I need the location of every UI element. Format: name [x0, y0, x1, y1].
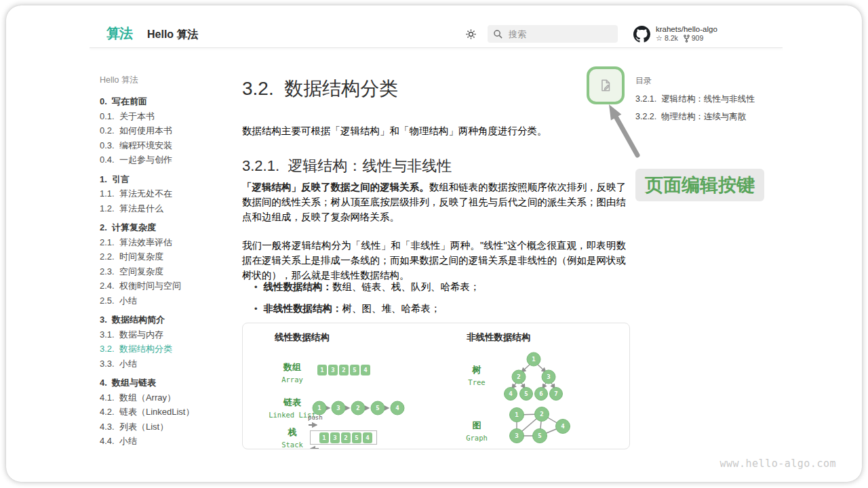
logic-structure-paragraph: 「逻辑结构」反映了数据之间的逻辑关系。数组和链表的数据按照顺序依次排列，反映了数…: [242, 180, 626, 224]
sidebar-item-4-1[interactable]: 4.1. 数组（Array）: [100, 392, 229, 407]
sidebar-item-2-4[interactable]: 2.4. 权衡时间与空间: [100, 280, 229, 295]
repo-stars: 8.2k: [665, 34, 678, 43]
svg-text:1: 1: [317, 405, 321, 411]
sidebar-section-0[interactable]: 0. 写在前面: [100, 96, 229, 110]
fork-icon: [684, 35, 690, 43]
annotation-label: 页面编辑按键: [635, 169, 764, 201]
svg-text:2: 2: [356, 405, 359, 411]
data-structure-figure: 线性数据结构 非线性数据结构 数组 Array 1 3 2 5 4 链表 Lin…: [242, 323, 630, 449]
svg-text:1: 1: [515, 411, 518, 418]
footer-domain: www.hello-algo.com: [719, 458, 836, 470]
theme-toggle-button[interactable]: [465, 28, 477, 43]
sidebar-item-2-2[interactable]: 2.2. 时间复杂度: [100, 251, 229, 266]
sidebar-item-3-3[interactable]: 3.3. 小结: [100, 358, 229, 373]
svg-text:1: 1: [532, 356, 535, 363]
linear-nonlinear-paragraph: 我们一般将逻辑结构分为「线性」和「非线性」两种。"线性"这个概念很直观，即表明数…: [242, 239, 626, 283]
tree-diagram: 1 2 3 4 5 6 7: [505, 352, 563, 401]
search-icon: [493, 29, 503, 39]
svg-text:5: 5: [524, 390, 528, 397]
toc-title: 目录: [635, 75, 791, 87]
bullet-list: • 线性数据结构：数组、链表、栈、队列、哈希表； • 非线性数据结构：树、图、堆…: [254, 281, 480, 324]
header-divider: [90, 47, 783, 48]
sidebar-item-1-1[interactable]: 1.1. 算法无处不在: [100, 188, 229, 203]
svg-text:4: 4: [395, 405, 399, 411]
list-item: • 线性数据结构：数组、链表、栈、队列、哈希表；: [254, 281, 480, 293]
svg-text:5: 5: [376, 405, 379, 411]
table-of-contents: 目录 3.2.1. 逻辑结构：线性与非线性 3.2.2. 物理结构：连续与离散: [635, 75, 791, 129]
svg-text:4: 4: [509, 390, 513, 397]
sidebar-item-0-2[interactable]: 0.2. 如何使用本书: [100, 125, 229, 140]
bullet-bold: 非线性数据结构：: [264, 303, 342, 314]
svg-text:3: 3: [336, 405, 340, 411]
sidebar-section-3[interactable]: 3. 数据结构简介: [100, 314, 229, 329]
sidebar-site-title: Hello 算法: [100, 75, 229, 86]
star-icon: ☆: [656, 34, 663, 43]
sidebar-item-2-3[interactable]: 2.3. 空间复杂度: [100, 266, 229, 281]
sidebar-item-0-4[interactable]: 0.4. 一起参与创作: [100, 154, 229, 169]
svg-text:2: 2: [517, 373, 520, 380]
github-repo-link[interactable]: krahets/hello-algo ☆ 8.2k 909: [633, 25, 717, 43]
annotation-arrow: [596, 97, 657, 171]
sidebar-item-3-1[interactable]: 3.1. 数据与内存: [100, 329, 229, 344]
bullet-bold: 线性数据结构：: [264, 281, 333, 292]
svg-text:3: 3: [515, 432, 518, 439]
paragraph-bold-lead: 「逻辑结构」反映了数据之间的逻辑关系。: [242, 182, 429, 192]
sidebar-item-4-3[interactable]: 4.3. 列表（List）: [100, 421, 229, 436]
sidebar-item-2-5[interactable]: 2.5. 小结: [100, 295, 229, 310]
repo-name: krahets/hello-algo: [656, 25, 717, 34]
svg-text:5: 5: [538, 432, 541, 439]
repo-forks: 909: [692, 34, 704, 43]
file-edit-icon: [598, 78, 613, 93]
search-input[interactable]: [509, 29, 604, 39]
site-title: Hello 算法: [147, 28, 199, 42]
sidebar-item-3-2-active[interactable]: 3.2. 数据结构分类: [100, 343, 229, 358]
page-card: 算法 Hello 算法 krahets/hello-algo ☆: [6, 5, 862, 482]
toc-item-2[interactable]: 3.2.2. 物理结构：连续与离散: [635, 111, 791, 123]
page-title: 3.2. 数据结构分类: [242, 76, 398, 102]
sidebar-item-4-2[interactable]: 4.2. 链表（LinkedList）: [100, 406, 229, 421]
bullet-icon: •: [254, 282, 258, 292]
sun-icon: [465, 28, 477, 40]
sidebar-section-2[interactable]: 2. 计算复杂度: [100, 222, 229, 237]
list-item: • 非线性数据结构：树、图、堆、哈希表；: [254, 302, 480, 315]
bullet-text: 数组、链表、栈、队列、哈希表；: [332, 281, 480, 292]
svg-text:7: 7: [554, 390, 557, 397]
svg-text:6: 6: [539, 390, 542, 397]
section-heading: 3.2.1. 逻辑结构：线性与非线性: [242, 156, 452, 176]
sidebar-item-0-1[interactable]: 0.1. 关于本书: [100, 110, 229, 125]
bullet-icon: •: [254, 304, 258, 314]
sidebar-item-2-1[interactable]: 2.1. 算法效率评估: [100, 237, 229, 251]
figure-diagrams: 1 3 2 5 4: [243, 323, 630, 449]
sidebar-section-4[interactable]: 4. 数组与链表: [100, 377, 229, 392]
svg-text:3: 3: [547, 373, 550, 380]
sidebar-nav: Hello 算法 0. 写在前面 0.1. 关于本书 0.2. 如何使用本书 0…: [100, 75, 229, 450]
bullet-text: 树、图、堆、哈希表；: [342, 303, 441, 314]
toc-item-1[interactable]: 3.2.1. 逻辑结构：线性与非线性: [635, 94, 791, 105]
svg-text:4: 4: [561, 423, 565, 430]
graph-diagram: 1 2 4 3 5: [510, 407, 570, 443]
intro-paragraph: 数据结构主要可根据「逻辑结构」和「物理结构」两种角度进行分类。: [242, 125, 626, 138]
sidebar-section-1[interactable]: 1. 引言: [100, 174, 229, 188]
linked-list-diagram: 1 3 2 5 4: [313, 401, 404, 415]
sidebar-item-0-3[interactable]: 0.3. 编程环境安装: [100, 140, 229, 155]
svg-text:2: 2: [540, 411, 543, 418]
sidebar-item-4-4[interactable]: 4.4. 小结: [100, 435, 229, 450]
sidebar-item-1-2[interactable]: 1.2. 算法是什么: [100, 203, 229, 218]
site-logo[interactable]: 算法: [106, 24, 132, 43]
search-box[interactable]: [488, 25, 618, 43]
github-icon: [633, 26, 650, 43]
